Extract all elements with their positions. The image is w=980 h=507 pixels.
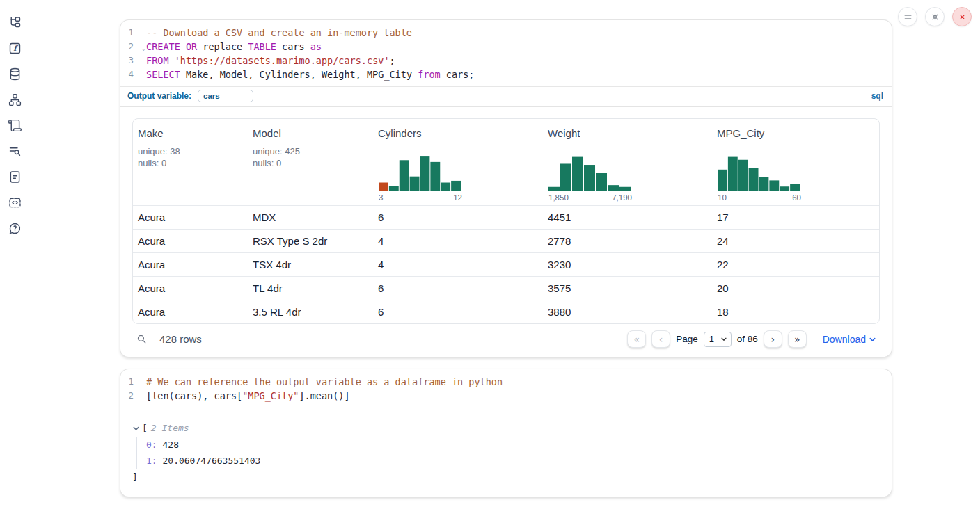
fold-icon[interactable]: ⌄ — [142, 41, 145, 55]
axis-label: 60 — [792, 193, 801, 202]
code-line[interactable]: 2[len(cars), cars["MPG_City"].mean()] — [120, 389, 892, 403]
dependency-graph-icon[interactable] — [8, 92, 23, 107]
first-page-icon: « — [633, 335, 640, 344]
shutdown-button[interactable] — [952, 7, 972, 26]
table-cell: TSX 4dr — [248, 253, 373, 276]
column-histogram[interactable]: 1,8507,190 — [548, 155, 632, 202]
table-row[interactable]: AcuraTSX 4dr4323022 — [133, 252, 879, 276]
page-total: of 86 — [737, 334, 758, 344]
sql-cell: 1-- Download a CSV and create an in-memo… — [120, 20, 892, 357]
axis-label: 1,850 — [548, 193, 569, 202]
table-cell: TL 4dr — [248, 277, 373, 300]
line-number: 1 — [120, 26, 139, 40]
svg-text:f: f — [13, 44, 19, 52]
tree-root: [ 2 Items — [132, 421, 880, 435]
collapse-caret-icon[interactable] — [132, 425, 140, 433]
code-text: FROM 'https://datasets.marimo.app/cars.c… — [146, 54, 395, 67]
open-bracket: [ — [142, 421, 148, 435]
documentation-icon[interactable] — [8, 169, 23, 184]
file-tree-icon[interactable] — [8, 15, 23, 30]
column-name: MPG_City — [717, 127, 879, 139]
code-line[interactable]: 3FROM 'https://datasets.marimo.app/cars.… — [120, 54, 892, 67]
search-icon[interactable] — [136, 333, 148, 345]
table-cell: Acura — [133, 230, 248, 252]
table-cell: Acura — [133, 300, 248, 323]
language-badge: sql — [871, 91, 883, 101]
column-histogram[interactable]: 1060 — [718, 155, 801, 202]
code-line[interactable]: 2⌄CREATE OR replace TABLE cars as — [120, 40, 892, 54]
column-histogram[interactable]: 312 — [379, 155, 462, 202]
logs-icon[interactable] — [8, 118, 23, 133]
column-name: Cylinders — [378, 127, 543, 139]
table-row[interactable]: Acura3.5 RL 4dr6388018 — [133, 300, 879, 323]
table-cell: 20 — [712, 277, 879, 300]
row-count: 428 rows — [159, 333, 202, 345]
table-cell: 3230 — [543, 253, 712, 276]
code-line[interactable]: 1# We can reference the output variable … — [120, 375, 892, 389]
item-value: 20.060747663551403 — [157, 456, 261, 466]
python-code[interactable]: 1# We can reference the output variable … — [120, 369, 892, 408]
first-page-button[interactable]: « — [627, 330, 646, 348]
sql-output: Makeunique: 38nulls: 0Modelunique: 425nu… — [120, 107, 892, 357]
page-select[interactable]: 1 — [704, 332, 732, 347]
table-cell: 22 — [712, 253, 879, 276]
code-line[interactable]: 4SELECT Make, Model, Cylinders, Weight, … — [120, 67, 892, 81]
table-cell: 6 — [373, 277, 543, 300]
menu-button[interactable] — [898, 7, 917, 26]
table-body: AcuraMDX6445117AcuraRSX Type S 2dr427782… — [133, 205, 879, 323]
download-label: Download — [823, 334, 866, 345]
snippets-icon[interactable] — [8, 195, 23, 210]
histogram-axis-labels: 312 — [379, 193, 462, 202]
python-output: [ 2 Items 0: 4281: 20.060747663551403 ] — [120, 408, 892, 497]
column-stats: unique: 38nulls: 0 — [138, 146, 248, 169]
top-controls — [898, 7, 972, 26]
download-button[interactable]: Download — [823, 334, 876, 345]
item-index: 1: — [146, 456, 157, 466]
code-line[interactable]: 1-- Download a CSV and create an in-memo… — [120, 26, 892, 40]
data-table: Makeunique: 38nulls: 0Modelunique: 425nu… — [132, 118, 880, 324]
last-page-button[interactable]: » — [788, 330, 807, 348]
column-header[interactable]: Makeunique: 38nulls: 0 — [133, 127, 248, 205]
axis-label: 10 — [718, 193, 727, 202]
python-editor[interactable]: 1# We can reference the output variable … — [120, 369, 892, 408]
table-row[interactable]: AcuraRSX Type S 2dr4277824 — [133, 229, 879, 252]
axis-label: 7,190 — [612, 193, 632, 202]
table-cell: 24 — [712, 230, 879, 252]
line-number: 4 — [120, 67, 139, 81]
functions-icon[interactable]: f — [8, 40, 23, 56]
code-text: # We can reference the output variable a… — [146, 375, 503, 389]
table-cell: 6 — [373, 300, 543, 323]
column-stats: unique: 425nulls: 0 — [253, 146, 373, 169]
chevron-down-icon — [869, 336, 876, 344]
table-cell: 2778 — [543, 230, 712, 252]
prev-page-icon: ‹ — [659, 335, 663, 344]
axis-label: 3 — [379, 193, 383, 202]
sql-code[interactable]: 1-- Download a CSV and create an in-memo… — [120, 20, 892, 86]
table-cell: RSX Type S 2dr — [248, 230, 373, 252]
column-header[interactable]: MPG_City1060 — [712, 127, 879, 205]
column-header[interactable]: Weight1,8507,190 — [543, 127, 712, 205]
help-icon[interactable] — [8, 220, 23, 236]
output-variable-label: Output variable: — [127, 91, 191, 101]
table-row[interactable]: AcuraTL 4dr6357520 — [133, 276, 879, 300]
table-row[interactable]: AcuraMDX6445117 — [133, 205, 879, 229]
table-cell: 3575 — [543, 277, 712, 300]
list-item: 1: 20.060747663551403 — [146, 453, 880, 469]
datasources-icon[interactable] — [8, 66, 23, 81]
table-cell: Acura — [133, 253, 248, 276]
prev-page-button[interactable]: ‹ — [651, 330, 670, 348]
column-header[interactable]: Cylinders312 — [373, 127, 543, 205]
outline-search-icon[interactable] — [8, 143, 23, 159]
sql-editor[interactable]: 1-- Download a CSV and create an in-memo… — [120, 20, 892, 107]
last-page-icon: » — [794, 335, 800, 344]
code-text: -- Download a CSV and create an in-memor… — [146, 26, 412, 40]
table-cell: 6 — [373, 206, 543, 229]
settings-button[interactable] — [925, 7, 945, 26]
table-cell: 4451 — [543, 206, 712, 229]
column-header[interactable]: Modelunique: 425nulls: 0 — [248, 127, 373, 205]
output-variable-input[interactable] — [198, 90, 253, 102]
items-count-label: 2 Items — [151, 421, 189, 435]
sql-editor-footer: Output variable: sql — [120, 86, 892, 106]
next-page-button[interactable]: › — [764, 330, 782, 348]
code-text: SELECT Make, Model, Cylinders, Weight, M… — [146, 67, 474, 81]
